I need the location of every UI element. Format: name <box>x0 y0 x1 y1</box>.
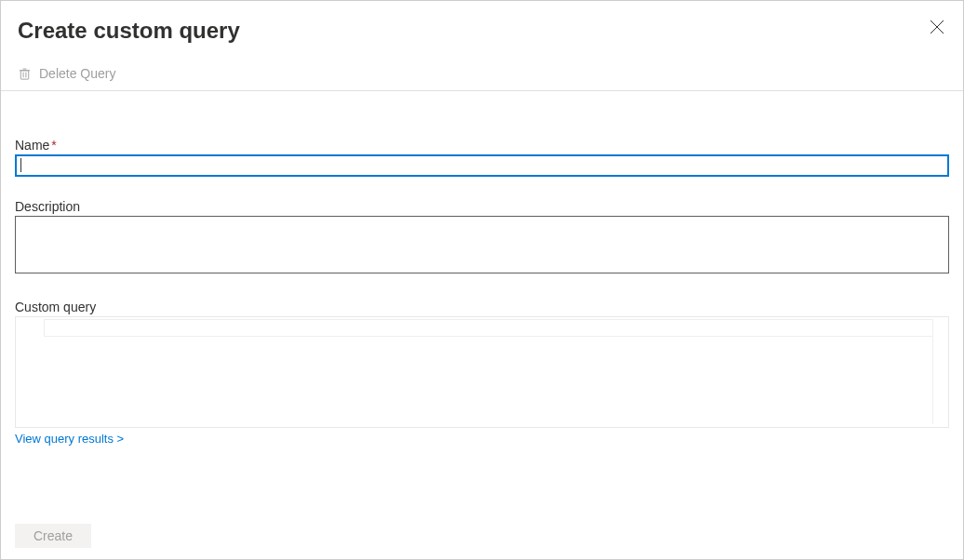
required-asterisk: * <box>51 138 56 153</box>
svg-rect-2 <box>20 70 28 78</box>
toolbar: Delete Query <box>1 46 963 91</box>
custom-query-label: Custom query <box>15 300 949 314</box>
panel-title: Create custom query <box>18 18 240 44</box>
name-field: Name* <box>15 138 949 177</box>
editor-scrollbar[interactable] <box>932 319 945 424</box>
close-icon <box>930 20 944 34</box>
custom-query-field: Custom query View query results > <box>15 300 949 447</box>
name-label: Name* <box>15 138 949 153</box>
description-input[interactable] <box>15 216 949 273</box>
description-field: Description <box>15 199 949 277</box>
form-area: Name* Description Custom query View quer… <box>1 91 963 447</box>
editor-top-bar <box>44 319 945 337</box>
close-button[interactable] <box>928 18 946 36</box>
name-label-text: Name <box>15 138 49 153</box>
custom-query-editor[interactable] <box>15 316 949 428</box>
panel-footer: Create <box>1 514 963 559</box>
description-label: Description <box>15 199 949 214</box>
text-caret <box>20 158 21 172</box>
trash-icon <box>18 67 32 81</box>
delete-query-button[interactable]: Delete Query <box>18 66 115 81</box>
name-input[interactable] <box>15 154 949 177</box>
create-button[interactable]: Create <box>15 524 91 548</box>
panel-header: Create custom query <box>1 1 963 46</box>
view-query-results-link[interactable]: View query results > <box>15 432 124 446</box>
delete-query-label: Delete Query <box>39 66 115 81</box>
